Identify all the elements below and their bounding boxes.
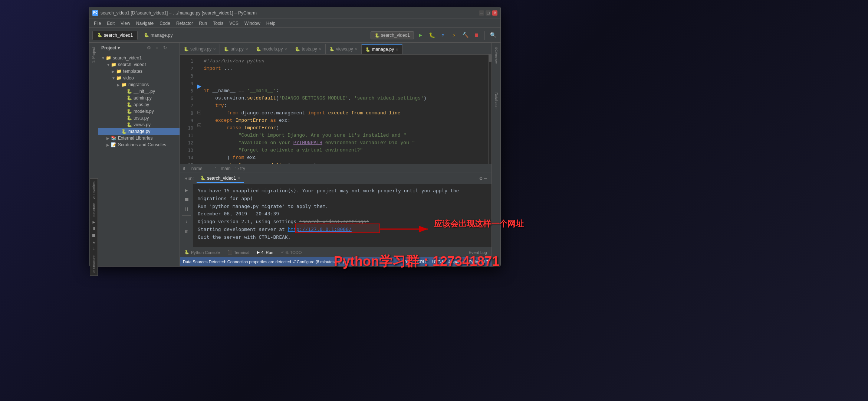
coverage-button[interactable]: ☂ bbox=[438, 31, 447, 40]
bottom-tab-todo[interactable]: ✓ 6: TODO bbox=[278, 249, 305, 256]
close-settings-tab[interactable]: ✕ bbox=[213, 47, 216, 51]
bottom-tab-terminal[interactable]: ⬛ Terminal bbox=[224, 249, 253, 256]
editor-area: 🐍 settings.py ✕ 🐍 urls.py ✕ 🐍 models.py … bbox=[180, 43, 491, 266]
fold-marker-9[interactable]: − bbox=[197, 111, 201, 114]
bottom-tab-python-console[interactable]: 🐍 Python Console bbox=[181, 249, 223, 256]
run-pause-button[interactable]: ⏸ bbox=[182, 205, 191, 214]
sidebar-settings-icon[interactable]: ⚙ bbox=[145, 45, 152, 51]
fold-marker-11[interactable]: − bbox=[197, 123, 201, 127]
menu-code[interactable]: Code bbox=[157, 20, 173, 27]
debug-button[interactable]: 🐛 bbox=[427, 31, 436, 40]
close-urls-tab[interactable]: ✕ bbox=[245, 47, 248, 51]
gutter-5-run[interactable] bbox=[196, 84, 202, 90]
favorites-tab[interactable]: 2: Favorites bbox=[92, 180, 96, 200]
editor-tab-manage[interactable]: 🐍 manage.py ✕ bbox=[362, 44, 402, 54]
run-output-line-5: Starting development server at http://12… bbox=[198, 226, 487, 234]
menu-help[interactable]: Help bbox=[263, 20, 279, 27]
app-icon: PC bbox=[92, 10, 98, 16]
close-button[interactable]: ✕ bbox=[492, 10, 497, 16]
run-scroll-button[interactable]: ↓ bbox=[182, 217, 191, 226]
favorites-scroll-icon[interactable]: ↓ bbox=[92, 246, 95, 251]
code-editor[interactable]: 1 2 3 4 5 6 7 8 9 10 11 12 13 14 15 16 bbox=[180, 55, 491, 164]
tab-search-video1[interactable]: 🐍 search_video1 bbox=[92, 31, 138, 40]
search-everywhere-button[interactable]: 🔍 bbox=[489, 31, 497, 40]
editor-tab-settings[interactable]: 🐍 settings.py ✕ bbox=[180, 44, 220, 54]
favorites-run-icon[interactable]: ▶ bbox=[92, 219, 95, 225]
breadcrumb-bar: if __name__ == '__main__' › try bbox=[180, 164, 491, 173]
gutter-16 bbox=[196, 154, 202, 161]
editor-tab-models[interactable]: 🐍 models.py ✕ bbox=[252, 44, 292, 54]
profile-button[interactable]: ⚡ bbox=[450, 31, 458, 40]
tree-item-views[interactable]: 🐍 views.py bbox=[98, 121, 180, 128]
tree-item-external-libraries[interactable]: ▶ 📚 External Libraries bbox=[98, 135, 180, 141]
editor-tab-urls[interactable]: 🐍 urls.py ✕ bbox=[220, 44, 252, 54]
menu-run[interactable]: Run bbox=[196, 20, 210, 27]
maximize-button[interactable]: □ bbox=[486, 10, 491, 16]
run-panel-settings-icon[interactable]: ⚙ bbox=[479, 175, 482, 182]
menu-file[interactable]: File bbox=[91, 20, 104, 27]
editor-tab-views[interactable]: 🐍 views.py ✕ bbox=[326, 44, 362, 54]
tree-item-video[interactable]: ▼ 📁 video bbox=[98, 75, 180, 81]
run-stop-button[interactable]: ⏹ bbox=[182, 195, 191, 204]
code-line-1: #!/usr/bin/env python bbox=[202, 58, 489, 65]
run-restart-button[interactable]: ▶ bbox=[182, 186, 191, 195]
tree-item-search-video1-folder[interactable]: ▼ 📁 search_video1 bbox=[98, 61, 180, 68]
menu-view[interactable]: View bbox=[118, 20, 133, 27]
right-panel-strip: SCVreview Database bbox=[491, 43, 500, 266]
gutter-9: − bbox=[196, 109, 202, 115]
structure-tab[interactable]: Structure bbox=[92, 202, 96, 218]
run-tab-active[interactable]: 🐍 search_video1 ✕ bbox=[197, 174, 244, 183]
scrollbar[interactable] bbox=[489, 55, 491, 164]
menu-navigate[interactable]: Navigate bbox=[133, 20, 157, 27]
favorites-stop-icon[interactable]: ⏹ bbox=[92, 233, 96, 238]
window-controls: ─ □ ✕ bbox=[479, 10, 497, 16]
tree-item-tests[interactable]: 🐍 tests.py bbox=[98, 115, 180, 121]
panel-tab-scv[interactable]: SCVreview bbox=[494, 44, 499, 66]
tree-item-manage[interactable]: 🐍 manage.py bbox=[98, 128, 180, 135]
run-config-selector[interactable]: 🐍 search_video1 bbox=[371, 31, 414, 39]
code-content[interactable]: #!/usr/bin/env python import ... if __na… bbox=[202, 55, 489, 164]
sidebar-refresh-icon[interactable]: ↻ bbox=[162, 45, 168, 51]
tree-item-models[interactable]: 🐍 models.py bbox=[98, 108, 180, 115]
run-button[interactable]: ▶ bbox=[416, 31, 425, 40]
menu-window[interactable]: Window bbox=[241, 20, 263, 27]
toolbar: 🐍 search_video1 🐍 manage.py 🐍 search_vid… bbox=[89, 28, 500, 43]
menu-edit[interactable]: Edit bbox=[104, 20, 118, 27]
minimize-button[interactable]: ─ bbox=[479, 10, 484, 16]
bottom-tab-event-log[interactable]: Event Log bbox=[466, 249, 490, 256]
tree-item-root[interactable]: ▼ 📁 search_video1 bbox=[98, 55, 180, 61]
close-tests-tab[interactable]: ✕ bbox=[319, 47, 322, 51]
sidebar-tree: ▼ 📁 search_video1 ▼ 📁 search_video1 ▶ 📁 … bbox=[98, 53, 180, 266]
build-button[interactable]: 🔨 bbox=[461, 31, 470, 40]
run-output-line-2: Run 'python manage.py migrate' to apply … bbox=[198, 203, 487, 211]
sidebar-pin-icon[interactable]: ─ bbox=[170, 45, 177, 51]
stop-button[interactable]: ⏹ bbox=[472, 31, 481, 40]
tree-item-init[interactable]: 🐍 __init__.py bbox=[98, 88, 180, 95]
close-run-tab[interactable]: ✕ bbox=[237, 176, 240, 180]
menu-vcs[interactable]: VCS bbox=[226, 20, 241, 27]
sidebar-collapse-icon[interactable]: ≡ bbox=[154, 45, 160, 51]
tree-item-scratches[interactable]: ▶ 📝 Scratches and Consoles bbox=[98, 141, 180, 148]
server-url-link[interactable]: http://127.0.0.1:8000/ bbox=[288, 226, 352, 232]
run-panel-close-icon[interactable]: ─ bbox=[484, 176, 487, 182]
menu-tools[interactable]: Tools bbox=[210, 20, 226, 27]
editor-tab-tests[interactable]: 🐍 tests.py ✕ bbox=[291, 44, 325, 54]
panel-tab-project[interactable]: 1: Project bbox=[91, 44, 96, 66]
run-tab-label: search_video1 bbox=[207, 176, 236, 181]
close-models-tab[interactable]: ✕ bbox=[284, 47, 287, 51]
tab-manage-py[interactable]: 🐍 manage.py bbox=[139, 31, 177, 40]
tree-item-admin[interactable]: 🐍 admin.py bbox=[98, 95, 180, 101]
tree-item-migrations[interactable]: ▶ 📁 migrations bbox=[98, 81, 180, 88]
run-clear-button[interactable]: 🗑 bbox=[182, 227, 191, 236]
close-manage-tab[interactable]: ✕ bbox=[395, 48, 398, 52]
favorites-star-icon[interactable]: ★ bbox=[92, 239, 95, 245]
menu-refactor[interactable]: Refactor bbox=[173, 20, 196, 27]
bottom-tab-run[interactable]: ▶ 4: Run bbox=[254, 249, 276, 256]
tree-item-templates[interactable]: ▶ 📁 templates bbox=[98, 68, 180, 75]
tree-item-apps[interactable]: 🐍 apps.py bbox=[98, 101, 180, 108]
favorites-pause-icon[interactable]: ⏸ bbox=[92, 226, 96, 232]
structure-tab-2[interactable]: 2: Structure bbox=[92, 254, 96, 274]
close-views-tab[interactable]: ✕ bbox=[355, 47, 358, 51]
panel-tab-database[interactable]: Database bbox=[493, 89, 499, 111]
line-num-9: 9 bbox=[191, 117, 193, 124]
